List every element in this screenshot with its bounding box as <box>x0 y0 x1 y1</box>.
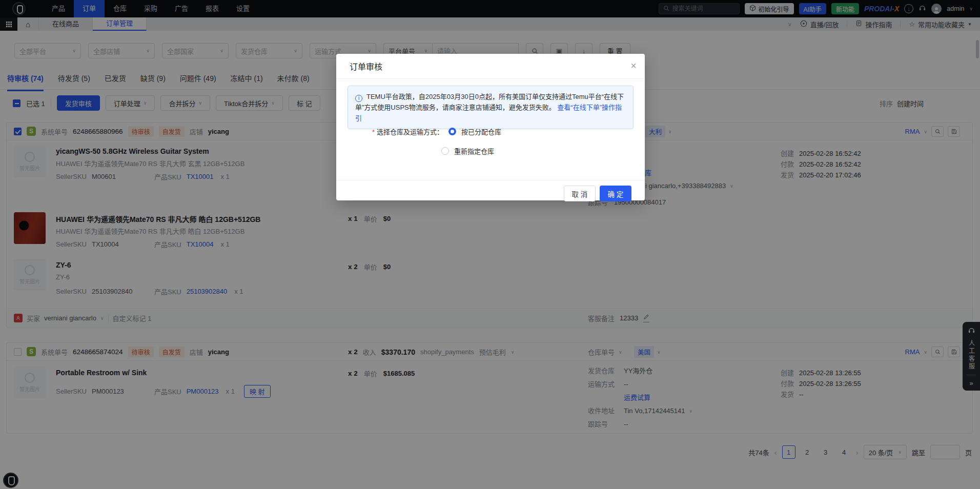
required-mark: * <box>372 128 375 136</box>
radio-reassign-warehouse[interactable] <box>441 147 449 155</box>
radio-assigned-label[interactable]: 按已分配仓库 <box>461 127 501 136</box>
radio-assigned-warehouse[interactable] <box>448 128 456 135</box>
field-label: 选择仓库及运输方式： <box>377 128 443 136</box>
modal-footer: 取 消 确 定 <box>336 180 645 200</box>
cancel-button[interactable]: 取 消 <box>564 186 596 201</box>
info-icon: i <box>355 95 362 102</box>
policy-alert: iTEMU平台政策，自2025年03月30日0点起，所有美国订单仅支持通过Tem… <box>348 86 634 129</box>
modal-title: 订单审核 <box>350 60 382 72</box>
close-icon[interactable]: × <box>630 60 637 72</box>
confirm-button[interactable]: 确 定 <box>600 186 631 201</box>
radio-reassign-label[interactable]: 重新指定仓库 <box>454 146 494 156</box>
order-review-modal: 订单审核 × iTEMU平台政策，自2025年03月30日0点起，所有美国订单仅… <box>336 54 645 200</box>
